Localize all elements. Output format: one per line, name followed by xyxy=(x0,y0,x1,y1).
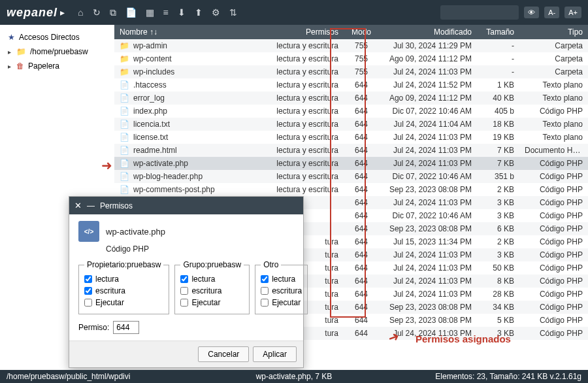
table-row[interactable]: 📄wp-activate.phplectura y escritura644Ju… xyxy=(114,157,588,170)
dialog-title: Permisos xyxy=(100,201,133,210)
read-checkbox[interactable]: lectura xyxy=(84,273,163,285)
table-row[interactable]: 📁wp-includeslectura y escritura755Jul 24… xyxy=(114,65,588,78)
text-smaller-button[interactable]: A- xyxy=(544,7,559,18)
group-legend: Otro xyxy=(261,260,281,269)
dialog-body: </> wp-activate.php Código PHP Propietar… xyxy=(69,214,303,341)
apply-button[interactable]: Aplicar xyxy=(253,346,297,362)
sidebar-item-home[interactable]: ▸ 📁 /home/pruebasw xyxy=(7,44,108,59)
text-bigger-button[interactable]: A+ xyxy=(564,7,581,18)
star-icon: ★ xyxy=(8,33,15,42)
table-row[interactable]: 📁wp-adminlectura y escritura755Jul 30, 2… xyxy=(114,39,588,52)
group-legend: Propietario:pruebasw xyxy=(84,260,163,269)
read-checkbox[interactable]: lectura xyxy=(261,273,302,285)
permission-groups: Propietario:pruebasw lectura escritura E… xyxy=(78,260,294,314)
list-icon[interactable]: ≡ xyxy=(163,7,169,18)
filter-icon[interactable]: ⇅ xyxy=(229,7,237,18)
read-checkbox[interactable]: lectura xyxy=(180,273,244,285)
sidebar-item-shortcuts[interactable]: ★ Accesos Directos xyxy=(7,30,108,44)
reload-icon[interactable]: ↻ xyxy=(93,7,101,18)
permission-numeric: Permiso: xyxy=(78,321,294,334)
footer-stats: Elementos: 23, Tamaño: 241 KB v.2.1.61g xyxy=(435,372,581,381)
home-icon[interactable]: ⌂ xyxy=(78,7,83,18)
perm-group: Otro lectura escritura Ejecutar xyxy=(255,260,308,314)
dialog-buttons: Cancelar Aplicar xyxy=(69,341,303,367)
download-icon[interactable]: ⬇ xyxy=(178,7,186,18)
write-checkbox[interactable]: escritura xyxy=(261,285,302,297)
table-row[interactable]: 📄.htaccesslectura y escritura644Jul 24, … xyxy=(114,78,588,92)
permissions-dialog: ✕ — Permisos </> wp-activate.php Código … xyxy=(69,196,304,368)
dialog-filetype: Código PHP xyxy=(106,244,294,254)
exec-checkbox[interactable]: Ejecutar xyxy=(261,297,302,308)
perm-group: Propietario:pruebasw lectura escritura E… xyxy=(78,260,169,314)
table-row[interactable]: 📄index.phplectura y escritura644Dic 07, … xyxy=(114,105,588,118)
table-row[interactable]: 📁wp-contentlectura y escritura755Ago 09,… xyxy=(114,52,588,65)
trash-icon: 🗑 xyxy=(16,61,24,71)
caret-icon: ▸ xyxy=(8,48,11,56)
header-right: 👁 A- A+ xyxy=(440,5,581,20)
settings-icon[interactable]: ⚙ xyxy=(212,7,220,18)
new-window-icon[interactable]: ⧉ xyxy=(110,7,116,18)
dialog-file-info: </> wp-activate.php xyxy=(78,221,294,242)
sidebar-label: /home/pruebasw xyxy=(30,47,88,56)
table-row[interactable]: 📄licencia.txtlectura y escritura644Jul 2… xyxy=(114,118,588,131)
table-row[interactable]: 📄readme.htmllectura y escritura644Jul 24… xyxy=(114,144,588,157)
folder-icon: 📁 xyxy=(16,47,26,56)
col-size[interactable]: Tamaño xyxy=(477,27,519,37)
header: wepanel ▸ ⌂ ↻ ⧉ 📄 ▦ ≡ ⬇ ⬆ ⚙ ⇅ 👁 A- A+ xyxy=(0,0,588,25)
dialog-titlebar[interactable]: ✕ — Permisos xyxy=(69,197,303,214)
sidebar-item-trash[interactable]: ▸ 🗑 Papelera xyxy=(7,59,108,73)
upload-icon[interactable]: ⬆ xyxy=(195,7,203,18)
col-mode[interactable]: Modo xyxy=(344,27,379,37)
footer-file: wp-activate.php, 7 KB xyxy=(256,372,333,381)
sidebar-label: Papelera xyxy=(28,61,59,71)
perm-group: Grupo:pruebasw lectura escritura Ejecuta… xyxy=(174,260,250,314)
exec-checkbox[interactable]: Ejecutar xyxy=(180,297,244,308)
col-perm[interactable]: Permisos xyxy=(265,27,344,37)
exec-checkbox[interactable]: Ejecutar xyxy=(84,297,163,308)
close-icon[interactable]: ✕ xyxy=(74,201,82,210)
minimize-icon[interactable]: — xyxy=(87,201,95,210)
dialog-filename: wp-activate.php xyxy=(106,227,165,237)
col-mod[interactable]: Modificado xyxy=(379,27,477,37)
footer-path: /home/pruebasw/public_html/wpdivi xyxy=(7,372,130,381)
grid-icon[interactable]: ▦ xyxy=(146,7,154,18)
search-input[interactable] xyxy=(440,5,519,20)
perm-value-input[interactable] xyxy=(113,321,139,334)
table-row[interactable]: 📄error_loglectura y escritura644Ago 09, … xyxy=(114,92,588,105)
table-row[interactable]: 📄license.txtlectura y escritura644Jul 24… xyxy=(114,131,588,144)
eye-button[interactable]: 👁 xyxy=(524,7,539,18)
status-bar: /home/pruebasw/public_html/wpdivi wp-act… xyxy=(0,370,588,383)
logo: wepanel xyxy=(7,6,57,20)
perm-label: Permiso: xyxy=(78,323,109,332)
table-row[interactable]: 📄wp-blog-header.phplectura y escritura64… xyxy=(114,170,588,183)
col-name[interactable]: Nombre ↑↓ xyxy=(114,27,265,37)
write-checkbox[interactable]: escritura xyxy=(84,285,163,297)
sidebar-label: Accesos Directos xyxy=(19,33,80,42)
logo-arrow-icon: ▸ xyxy=(60,7,65,18)
toolbar: ⌂ ↻ ⧉ 📄 ▦ ≡ ⬇ ⬆ ⚙ ⇅ xyxy=(78,7,237,18)
write-checkbox[interactable]: escritura xyxy=(180,285,244,297)
caret-icon: ▸ xyxy=(8,63,11,70)
column-header: Nombre ↑↓ Permisos Modo Modificado Tamañ… xyxy=(114,25,588,39)
php-icon: </> xyxy=(78,221,99,242)
file-icon[interactable]: 📄 xyxy=(125,7,137,18)
group-legend: Grupo:pruebasw xyxy=(180,260,244,269)
col-type[interactable]: Tipo xyxy=(519,27,588,37)
table-row[interactable]: 📄wp-comments-post.phplectura y escritura… xyxy=(114,183,588,196)
cancel-button[interactable]: Cancelar xyxy=(198,346,249,362)
